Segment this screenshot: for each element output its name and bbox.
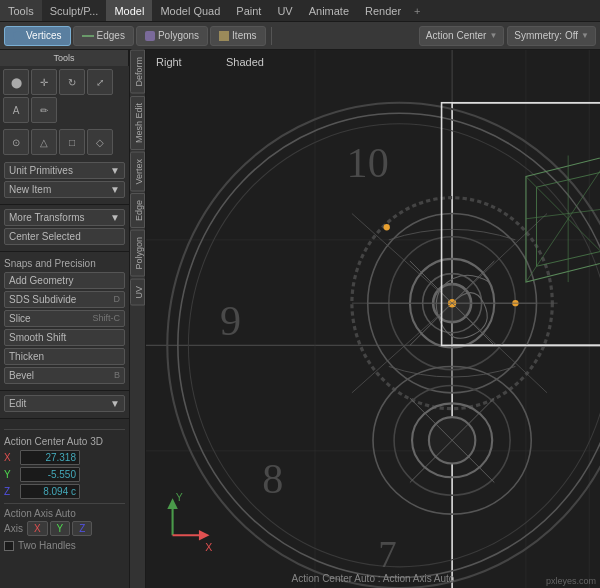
svg-text:8: 8 [262, 455, 283, 502]
tool-pen[interactable]: ✏ [31, 97, 57, 123]
action-center-arrow: ▼ [489, 31, 497, 40]
tool-extra2[interactable]: △ [31, 129, 57, 155]
svg-rect-0 [146, 50, 600, 588]
menu-tab-uv[interactable]: UV [269, 0, 300, 21]
edges-button[interactable]: Edges [73, 26, 134, 46]
y-axis-btn[interactable]: Y [50, 521, 71, 536]
two-handles-checkbox[interactable] [4, 541, 14, 551]
coord-z-input[interactable] [20, 484, 80, 499]
tool-select[interactable]: ⬤ [3, 69, 29, 95]
view-label: Right [156, 56, 182, 68]
svg-text:7: 7 [378, 534, 396, 575]
menu-add-tab[interactable]: + [409, 3, 425, 19]
polygons-icon [145, 31, 155, 41]
new-item-arrow: ▼ [110, 184, 120, 195]
tab-tools[interactable]: Tools [0, 50, 129, 66]
new-item-btn[interactable]: New Item ▼ [4, 181, 125, 198]
snaps-header: Snaps and Precision [4, 256, 125, 272]
slice-btn[interactable]: Slice Shift-C [4, 310, 125, 327]
bevel-btn[interactable]: Bevel B [4, 367, 125, 384]
unit-primitives-btn[interactable]: Unit Primitives ▼ [4, 162, 125, 179]
tool-extra3[interactable]: □ [59, 129, 85, 155]
watermark: pxleyes.com [546, 576, 596, 586]
menu-tab-tools[interactable]: Tools [0, 0, 42, 21]
unit-primitives-section: Unit Primitives ▼ New Item ▼ [0, 158, 129, 205]
tool-extra4[interactable]: ◇ [87, 129, 113, 155]
slice-label: Slice [9, 313, 31, 324]
top-menu-bar: Tools Sculpt/P... Model Model Quad Paint… [0, 0, 600, 22]
action-axis-label: Action Axis Auto [4, 508, 125, 519]
axis-buttons: X Y Z [27, 521, 92, 536]
coord-y-label: Y [4, 469, 16, 480]
more-transforms-arrow: ▼ [110, 212, 120, 223]
add-geometry-btn[interactable]: Add Geometry [4, 272, 125, 289]
thicken-label: Thicken [9, 351, 44, 362]
more-transforms-btn[interactable]: More Transforms ▼ [4, 209, 125, 226]
tool-text[interactable]: A [3, 97, 29, 123]
coord-y-input[interactable] [20, 467, 80, 482]
left-panel: Tools ⬤ ✛ ↻ ⤢ A ✏ ⊙ △ □ ◇ Unit Primitive… [0, 50, 130, 588]
menu-tab-sculpt[interactable]: Sculpt/P... [42, 0, 107, 21]
new-item-label: New Item [9, 184, 51, 195]
tool-scale[interactable]: ⤢ [87, 69, 113, 95]
sds-subdivide-btn[interactable]: SDS Subdivide D [4, 291, 125, 308]
tool-extra1[interactable]: ⊙ [3, 129, 29, 155]
side-tab-polygon[interactable]: Polygon [130, 230, 145, 277]
z-axis-btn[interactable]: Z [72, 521, 92, 536]
two-handles-row: Two Handles [4, 540, 125, 551]
edges-icon [82, 35, 94, 37]
snaps-section: Snaps and Precision Add Geometry SDS Sub… [0, 252, 129, 391]
more-transforms-label: More Transforms [9, 212, 85, 223]
items-icon [219, 31, 229, 41]
edit-section: Edit ▼ [0, 391, 129, 419]
toolbar: Vertices Edges Polygons Items Action Cen… [0, 22, 600, 50]
action-center-dropdown[interactable]: Action Center ▼ [419, 26, 505, 46]
smooth-shift-btn[interactable]: Smooth Shift [4, 329, 125, 346]
edit-btn[interactable]: Edit ▼ [4, 395, 125, 412]
polygons-label: Polygons [158, 30, 199, 41]
tools-row-1: ⬤ ✛ ↻ ⤢ A ✏ [0, 66, 129, 126]
coord-x-input[interactable] [20, 450, 80, 465]
x-axis-btn[interactable]: X [27, 521, 48, 536]
items-button[interactable]: Items [210, 26, 265, 46]
tools-row-2: ⊙ △ □ ◇ [0, 126, 129, 158]
menu-tab-modelquad[interactable]: Model Quad [152, 0, 228, 21]
vertices-button[interactable]: Vertices [4, 26, 71, 46]
side-tabs-strip: Deform Mesh Edit Vertex Edge Polygon UV [130, 50, 146, 588]
action-center-label: Action Center [426, 30, 487, 41]
vertices-icon [13, 31, 23, 41]
menu-tab-paint[interactable]: Paint [228, 0, 269, 21]
slice-shortcut: Shift-C [92, 313, 120, 323]
main-layout: Tools ⬤ ✛ ↻ ⤢ A ✏ ⊙ △ □ ◇ Unit Primitive… [0, 50, 600, 588]
axis-divider [4, 503, 125, 504]
action-center-header: Action Center Auto 3D [4, 434, 125, 450]
tool-rotate[interactable]: ↻ [59, 69, 85, 95]
side-tab-vertex[interactable]: Vertex [130, 152, 145, 192]
items-label: Items [232, 30, 256, 41]
symmetry-label: Symmetry: Off [514, 30, 578, 41]
side-tab-meshedit[interactable]: Mesh Edit [130, 96, 145, 150]
menu-tab-animate[interactable]: Animate [301, 0, 357, 21]
side-tab-uv[interactable]: UV [130, 279, 145, 306]
svg-point-31 [384, 224, 390, 230]
center-selected-btn[interactable]: Center Selected [4, 228, 125, 245]
transforms-section: More Transforms ▼ Center Selected [0, 205, 129, 252]
thicken-btn[interactable]: Thicken [4, 348, 125, 365]
menu-tab-model[interactable]: Model [106, 0, 152, 21]
side-tab-edge[interactable]: Edge [130, 193, 145, 228]
two-handles-label: Two Handles [18, 540, 76, 551]
smooth-shift-label: Smooth Shift [9, 332, 66, 343]
coord-row-y: Y [4, 467, 125, 482]
toolbar-right: Action Center ▼ Symmetry: Off ▼ [419, 26, 596, 46]
coord-row-x: X [4, 450, 125, 465]
coords-panel: Action Center Auto 3D X Y Z Action Axis … [0, 419, 129, 588]
menu-tab-render[interactable]: Render [357, 0, 409, 21]
viewport[interactable]: Right Shaded [146, 50, 600, 588]
svg-text:10: 10 [347, 139, 389, 186]
symmetry-dropdown[interactable]: Symmetry: Off ▼ [507, 26, 596, 46]
polygons-button[interactable]: Polygons [136, 26, 208, 46]
side-tab-deform[interactable]: Deform [130, 50, 145, 94]
edit-arrow: ▼ [110, 398, 120, 409]
tool-move[interactable]: ✛ [31, 69, 57, 95]
shading-label: Shaded [226, 56, 264, 68]
